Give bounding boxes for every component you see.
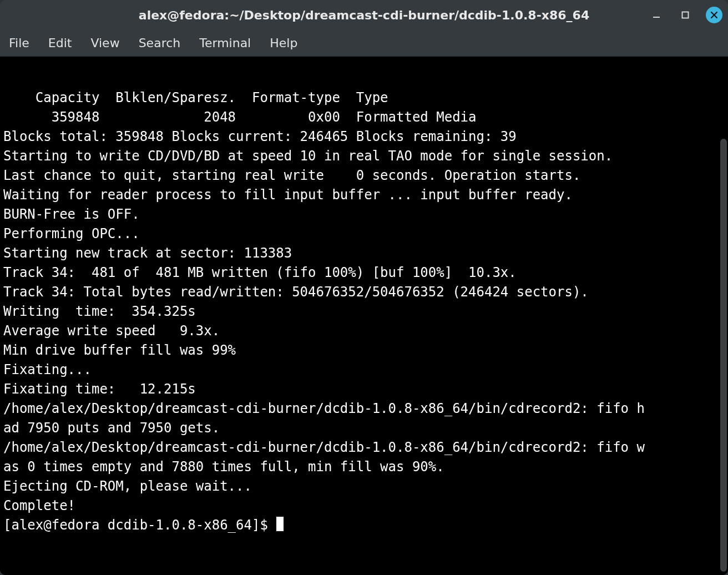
maximize-button[interactable] <box>677 7 694 23</box>
titlebar: alex@fedora:~/Desktop/dreamcast-cdi-burn… <box>0 0 728 30</box>
terminal-line: ad 7950 puts and 7950 gets. <box>3 418 719 438</box>
terminal-line: BURN-Free is OFF. <box>3 205 719 224</box>
terminal-line: 359848 2048 0x00 Formatted Media <box>3 108 719 127</box>
terminal-line: Min drive buffer fill was 99% <box>3 341 719 360</box>
terminal-line: [alex@fedora dcdib-1.0.8-x86_64]$ <box>3 516 719 535</box>
menubar: File Edit View Search Terminal Help <box>0 30 728 57</box>
terminal-line: Ejecting CD-ROM, please wait... <box>3 477 719 496</box>
terminal-line: /home/alex/Desktop/dreamcast-cdi-burner/… <box>3 399 719 418</box>
terminal-line: Waiting for reader process to fill input… <box>3 185 719 205</box>
terminal-line: Average write speed 9.3x. <box>3 321 719 341</box>
terminal-line: Starting new track at sector: 113383 <box>3 244 719 263</box>
terminal-line: Complete! <box>3 496 719 516</box>
scrollbar[interactable] <box>719 57 728 575</box>
terminal-line: Writing time: 354.325s <box>3 302 719 321</box>
menu-terminal[interactable]: Terminal <box>199 36 251 50</box>
terminal-line: Fixating time: 12.215s <box>3 380 719 399</box>
terminal-viewport: Capacity Blklen/Sparesz. Format-type Typ… <box>0 57 728 575</box>
window-controls <box>648 0 722 30</box>
close-icon <box>710 11 718 19</box>
window-title: alex@fedora:~/Desktop/dreamcast-cdi-burn… <box>139 8 589 22</box>
shell-prompt: [alex@fedora dcdib-1.0.8-x86_64]$ <box>3 517 276 533</box>
terminal-line: Track 34: Total bytes read/written: 5046… <box>3 283 719 302</box>
menu-file[interactable]: File <box>9 36 29 50</box>
terminal-line: /home/alex/Desktop/dreamcast-cdi-burner/… <box>3 438 719 457</box>
terminal-line: as 0 times empty and 7880 times full, mi… <box>3 457 719 477</box>
terminal-line: Last chance to quit, starting real write… <box>3 166 719 185</box>
svg-rect-0 <box>653 17 660 18</box>
cursor <box>276 517 284 531</box>
minimize-icon <box>652 11 661 19</box>
scroll-thumb[interactable] <box>720 139 727 572</box>
terminal-window: alex@fedora:~/Desktop/dreamcast-cdi-burn… <box>0 0 728 575</box>
menu-edit[interactable]: Edit <box>48 36 72 50</box>
menu-view[interactable]: View <box>90 36 119 50</box>
terminal-line: Track 34: 481 of 481 MB written (fifo 10… <box>3 263 719 283</box>
minimize-button[interactable] <box>648 7 665 23</box>
svg-rect-1 <box>683 12 689 18</box>
terminal-output[interactable]: Capacity Blklen/Sparesz. Format-type Typ… <box>0 57 719 575</box>
menu-search[interactable]: Search <box>139 36 181 50</box>
terminal-line: Blocks total: 359848 Blocks current: 246… <box>3 127 719 147</box>
menu-help[interactable]: Help <box>270 36 297 50</box>
maximize-icon <box>681 11 690 19</box>
close-button[interactable] <box>706 7 722 23</box>
terminal-line: Performing OPC... <box>3 224 719 244</box>
terminal-line: Capacity Blklen/Sparesz. Format-type Typ… <box>3 88 719 108</box>
terminal-line: Fixating... <box>3 360 719 380</box>
terminal-line: Starting to write CD/DVD/BD at speed 10 … <box>3 147 719 166</box>
terminal-line <box>3 69 719 88</box>
